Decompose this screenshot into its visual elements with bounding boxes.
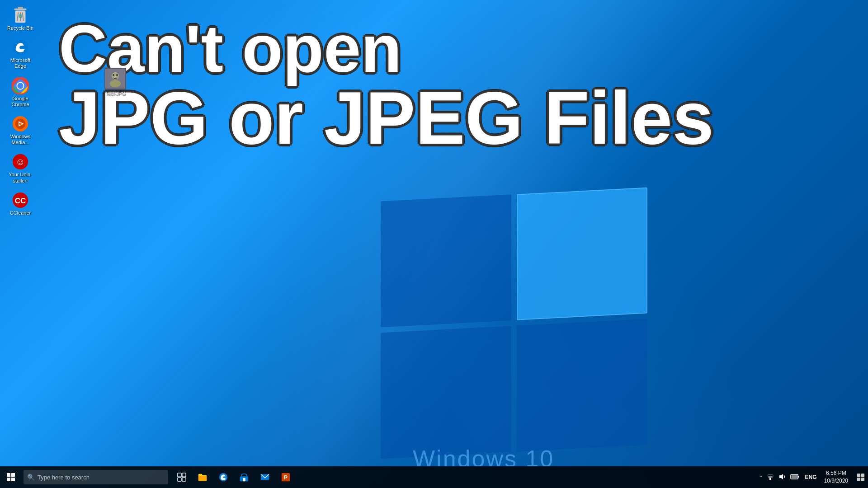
desktop: Windows 10 Can't open JPG or JPEG Files — [0, 0, 868, 488]
svg-text:P: P — [284, 474, 288, 481]
taskbar-powerpoint-icon: P — [281, 472, 291, 482]
svg-point-25 — [116, 74, 118, 76]
svg-text:☺: ☺ — [15, 156, 25, 167]
taskbar: 🔍 Type here to search — [0, 466, 868, 488]
svg-text:CC: CC — [15, 196, 26, 205]
edge-svg — [12, 39, 29, 56]
svg-rect-29 — [182, 478, 186, 481]
media-icon — [11, 115, 29, 133]
svg-rect-45 — [857, 478, 860, 481]
svg-rect-41 — [798, 476, 799, 478]
recycle-bin-icon: ♻ — [11, 6, 29, 24]
taskbar-edge-icon — [218, 472, 228, 482]
svg-rect-38 — [768, 476, 773, 478]
recycle-bin-label: Recycle Bin — [7, 25, 33, 31]
windows-logo-watermark — [381, 194, 647, 452]
svg-point-15 — [19, 122, 22, 125]
ccleaner-icon: CC — [11, 191, 29, 209]
win-start-pane-bl — [7, 478, 10, 481]
taskbar-search-box[interactable]: 🔍 Type here to search — [24, 470, 168, 484]
svg-rect-27 — [182, 473, 186, 477]
svg-point-7 — [13, 40, 28, 55]
clock-time: 6:56 PM — [826, 469, 846, 477]
svg-rect-28 — [178, 478, 181, 481]
svg-rect-26 — [178, 473, 181, 477]
svg-rect-1 — [18, 7, 23, 9]
notification-icon — [857, 473, 865, 481]
network-svg — [767, 473, 774, 480]
taskbar-task-view[interactable] — [172, 466, 192, 488]
system-tray: ⌃ — [755, 466, 868, 488]
language-indicator[interactable]: ENG — [803, 473, 819, 481]
battery-icon[interactable] — [789, 473, 801, 482]
uninstaller-label: Your Unin-staller! — [6, 172, 34, 183]
desktop-icon-edge[interactable]: Microsoft Edge — [5, 37, 36, 71]
headline-overlay: Can't open JPG or JPEG Files — [59, 14, 841, 158]
recycle-bin-svg: ♻ — [12, 6, 28, 24]
file-thumbnail-svg — [104, 68, 126, 89]
task-view-icon — [177, 473, 186, 482]
taskbar-mail[interactable] — [255, 466, 275, 488]
headline-line2: JPG or JPEG Files — [59, 79, 841, 157]
win-start-pane-tl — [7, 473, 10, 477]
search-placeholder-text: Type here to search — [38, 474, 90, 481]
start-button[interactable] — [0, 466, 22, 488]
taskbar-mail-icon — [260, 472, 270, 482]
show-hidden-icons[interactable]: ⌃ — [758, 474, 764, 481]
file-explorer-icon — [198, 472, 208, 482]
system-clock[interactable]: 6:56 PM 10/9/2020 — [819, 466, 854, 488]
win-pane-tl — [381, 194, 511, 327]
svg-marker-39 — [779, 474, 783, 479]
svg-rect-30 — [198, 476, 207, 481]
desktop-icon-recycle-bin[interactable]: ♻ Recycle Bin — [5, 5, 36, 33]
search-icon: 🔍 — [27, 474, 35, 481]
chrome-icon — [11, 77, 29, 95]
svg-point-24 — [113, 74, 114, 76]
file-label: Test-JPG — [105, 91, 125, 96]
desktop-icons-column: ♻ Recycle Bin Microsoft Edge — [5, 5, 36, 218]
taskbar-pinned-icons: P — [172, 466, 296, 488]
svg-point-23 — [110, 80, 121, 87]
uninstaller-svg: ☺ — [12, 153, 29, 170]
svg-point-11 — [17, 83, 23, 89]
svg-rect-44 — [861, 474, 864, 477]
ccleaner-svg: CC — [12, 192, 29, 209]
desktop-icon-ccleaner[interactable]: CC CCleaner — [5, 189, 36, 218]
win-start-pane-br — [11, 478, 15, 481]
taskbar-file-explorer[interactable] — [193, 466, 212, 488]
desktop-icon-uninstaller[interactable]: ☺ Your Unin-staller! — [5, 151, 36, 185]
volume-icon[interactable] — [777, 472, 787, 483]
desktop-file-test-jpg[interactable]: Test-JPG — [99, 68, 131, 96]
media-label: Windows Media... — [6, 134, 34, 145]
svg-rect-46 — [861, 478, 864, 481]
desktop-icon-chrome[interactable]: Google Chrome — [5, 75, 36, 109]
volume-svg — [778, 473, 786, 480]
tray-icons-group: ⌃ — [755, 472, 803, 483]
win-pane-bl — [381, 326, 511, 459]
taskbar-powerpoint[interactable]: P — [276, 466, 296, 488]
edge-label: Microsoft Edge — [6, 57, 34, 69]
desktop-icon-media[interactable]: Windows Media... — [5, 113, 36, 147]
win-start-pane-tr — [11, 473, 15, 477]
win-pane-tr — [517, 188, 647, 320]
svg-rect-43 — [857, 474, 860, 477]
svg-rect-42 — [791, 475, 797, 478]
battery-svg — [790, 474, 799, 480]
svg-rect-33 — [243, 478, 245, 481]
uninstaller-icon: ☺ — [11, 153, 29, 171]
ccleaner-label: CCleaner — [10, 210, 31, 216]
taskbar-edge[interactable] — [213, 466, 233, 488]
svg-rect-37 — [769, 478, 771, 480]
clock-date: 10/9/2020 — [824, 477, 848, 485]
notification-center-button[interactable] — [854, 466, 868, 488]
taskbar-store-icon — [239, 472, 249, 482]
win-pane-br — [517, 319, 647, 452]
win-flag — [381, 188, 647, 459]
network-icon[interactable] — [765, 472, 775, 483]
file-thumbnail — [104, 68, 126, 89]
svg-text:♻: ♻ — [18, 14, 23, 19]
edge-icon — [11, 38, 29, 56]
media-svg — [12, 115, 29, 132]
chrome-svg — [12, 77, 29, 94]
taskbar-store[interactable] — [234, 466, 254, 488]
